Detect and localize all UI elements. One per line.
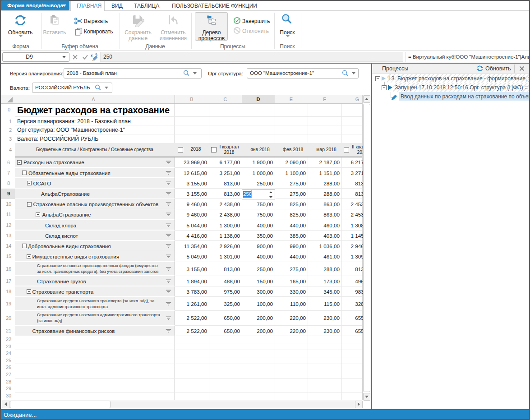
svg-text:x: x bbox=[91, 53, 93, 59]
